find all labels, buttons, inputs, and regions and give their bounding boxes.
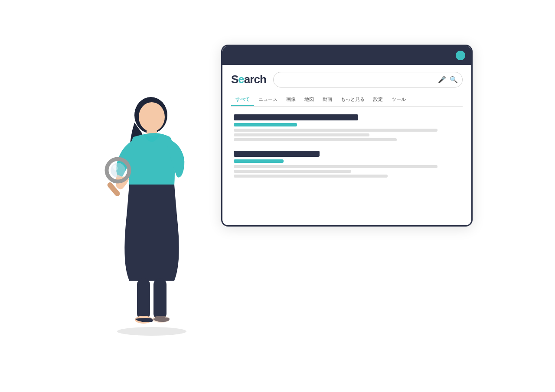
- search-icon: 🔍: [450, 76, 458, 84]
- logo-letter-s: S: [231, 73, 238, 86]
- search-input-box[interactable]: 🎤 🔍: [273, 72, 463, 87]
- svg-point-1: [139, 102, 165, 132]
- svg-rect-7: [137, 279, 150, 320]
- person-illustration: [82, 79, 221, 348]
- result-title-1: [234, 114, 358, 120]
- result-desc-1a: [234, 129, 437, 132]
- svg-point-5: [111, 163, 125, 178]
- nav-tabs: すべて ニュース 画像 地図 動画 もっと見る 設定 ツール: [231, 94, 463, 107]
- tab-images[interactable]: 画像: [282, 94, 300, 106]
- scene: Search 🎤 🔍 すべて ニュース 画像 地図 動画 もっと見る 設定 ツー…: [82, 45, 473, 348]
- mic-icon: 🎤: [438, 76, 446, 84]
- svg-rect-8: [153, 279, 166, 320]
- tab-settings[interactable]: 設定: [369, 94, 387, 106]
- result-item-2: [234, 151, 460, 179]
- result-link-2: [234, 159, 284, 163]
- browser-body: Search 🎤 🔍 すべて ニュース 画像 地図 動画 もっと見る 設定 ツー…: [222, 65, 471, 185]
- result-item-1: [234, 114, 460, 143]
- browser-window: Search 🎤 🔍 すべて ニュース 画像 地図 動画 もっと見る 設定 ツー…: [221, 45, 473, 227]
- result-desc-2c: [234, 175, 388, 178]
- browser-dot: [456, 51, 465, 60]
- result-desc-2b: [234, 170, 351, 173]
- result-desc-1c: [234, 138, 397, 141]
- tab-news[interactable]: ニュース: [254, 94, 282, 106]
- result-title-2: [234, 151, 320, 157]
- person-svg: [91, 88, 212, 335]
- tab-maps[interactable]: 地図: [300, 94, 318, 106]
- result-link-1: [234, 123, 297, 126]
- result-desc-2a: [234, 165, 437, 168]
- tab-all[interactable]: すべて: [231, 94, 254, 106]
- logo-letter-a: a: [244, 73, 250, 86]
- result-desc-1b: [234, 133, 369, 136]
- results-area: [231, 113, 463, 181]
- logo-letter-e: e: [238, 73, 244, 86]
- search-logo: Search: [231, 73, 266, 86]
- browser-titlebar: [222, 46, 471, 65]
- tab-tools[interactable]: ツール: [387, 94, 410, 106]
- search-bar-row: Search 🎤 🔍: [231, 72, 463, 87]
- tab-videos[interactable]: 動画: [318, 94, 336, 106]
- logo-letter-h: h: [260, 73, 266, 86]
- svg-point-10: [152, 316, 170, 323]
- logo-letter-c: c: [254, 73, 259, 86]
- tab-more[interactable]: もっと見る: [336, 94, 369, 106]
